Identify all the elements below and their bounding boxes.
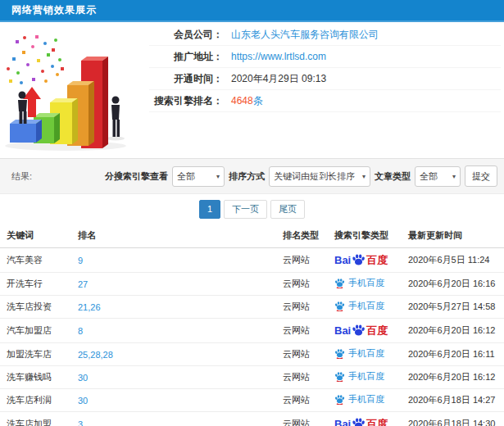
- rank-type-cell: 云网站: [276, 366, 328, 389]
- engine-type-cell: 手机百度: [328, 389, 402, 412]
- next-page-button[interactable]: 下一页: [224, 200, 267, 219]
- info-row-open-time-value: 2020年4月29日 09:13: [231, 72, 326, 86]
- info-row-open-time: 开通时间：2020年4月29日 09:13: [149, 68, 501, 90]
- company-info-list: 会员公司：山东老人头汽车服务咨询有限公司推广地址：https://www.lrt…: [149, 22, 504, 158]
- rank-cell: 27: [71, 273, 276, 296]
- baidu-logo: Bai百度: [334, 253, 388, 267]
- rank-cell: 25,28,28: [71, 343, 276, 366]
- rank-type-cell: 云网站: [276, 248, 328, 273]
- rank-type-cell: 云网站: [276, 389, 328, 412]
- baidu-cn-text: 百度: [366, 419, 388, 426]
- submit-button[interactable]: 提交: [465, 165, 497, 187]
- info-row-company-value[interactable]: 山东老人头汽车服务咨询有限公司: [231, 28, 379, 42]
- article-type-filter-label: 文章类型: [375, 170, 411, 183]
- baidu-paw-icon: [334, 348, 345, 359]
- keyword-cell: 汽车美容: [0, 248, 71, 273]
- rank-cell: 21,26: [71, 296, 276, 319]
- article-type-value: 全部: [420, 170, 438, 183]
- engine-filter-select[interactable]: 全部 ▾: [172, 166, 225, 187]
- updated-time-cell: 2020年6月20日 16:12: [402, 366, 504, 389]
- column-header-keyword: 关键词: [0, 224, 71, 248]
- page-header: 网络营销效果展示: [0, 0, 504, 22]
- results-label: 结果:: [11, 170, 32, 183]
- baidu-paw-icon: [334, 301, 345, 311]
- rank-cell: 9: [71, 248, 276, 273]
- keyword-cell: 开洗车行: [0, 273, 71, 296]
- info-row-open-time-label: 开通时间：: [149, 72, 223, 86]
- column-header-engine-type: 搜索引擎类型: [328, 224, 402, 248]
- engine-type-cell: Bai百度: [328, 248, 402, 273]
- info-row-company-label: 会员公司：: [149, 28, 223, 42]
- table-row: 洗车赚钱吗30云网站手机百度2020年6月20日 16:12: [0, 366, 504, 389]
- baidu-paw-icon: [334, 278, 345, 288]
- filter-controls: 分搜索引擎查看 全部 ▾ 排序方式 关键词由短到长排序 ▾ 文章类型 全部 ▾ …: [105, 165, 497, 187]
- info-row-url-label: 推广地址：: [149, 50, 223, 64]
- bar-chart-illustration: [0, 22, 149, 158]
- rank-link[interactable]: 9: [78, 256, 83, 265]
- engine-type-cell: 手机百度: [328, 296, 402, 319]
- table-row: 洗车店利润30云网站手机百度2020年6月18日 14:27: [0, 389, 504, 412]
- rank-link[interactable]: 21,26: [78, 302, 101, 312]
- baidu-cn-text: 百度: [366, 325, 388, 336]
- rank-link[interactable]: 8: [78, 326, 83, 336]
- engine-type-cell: Bai百度: [328, 319, 402, 343]
- baidu-paw-icon: [352, 417, 366, 426]
- keyword-cell: 洗车赚钱吗: [0, 366, 71, 389]
- info-row-company: 会员公司：山东老人头汽车服务咨询有限公司: [149, 24, 501, 46]
- mobile-baidu-logo: 手机百度: [334, 348, 384, 359]
- baidu-paw-icon: [334, 371, 345, 382]
- updated-time-cell: 2020年5月27日 14:58: [402, 296, 504, 319]
- info-row-rank-count-label: 搜索引擎排名：: [149, 94, 223, 108]
- engine-filter-value: 全部: [177, 170, 195, 183]
- pagination: 1 下一页 尾页: [0, 194, 504, 224]
- rank-type-cell: 云网站: [276, 412, 328, 426]
- column-header-rank: 排名: [71, 224, 276, 248]
- updated-time-cell: 2020年6月18日 14:27: [402, 389, 504, 412]
- rank-link[interactable]: 30: [78, 373, 88, 383]
- baidu-latin-text: Bai: [334, 325, 351, 336]
- chevron-down-icon: ▾: [216, 173, 220, 180]
- last-page-button[interactable]: 尾页: [270, 200, 305, 219]
- rank-link[interactable]: 3: [78, 419, 83, 426]
- info-row-rank-count: 搜索引擎排名：4648条: [149, 90, 501, 112]
- updated-time-cell: 2020年6月20日 16:11: [402, 343, 504, 366]
- table-row: 洗车店加盟3云网站Bai百度2020年6月18日 14:30: [0, 412, 504, 426]
- chevron-down-icon: ▾: [362, 173, 366, 180]
- updated-time-cell: 2020年6月20日 16:12: [402, 319, 504, 343]
- keyword-cell: 洗车店利润: [0, 389, 71, 412]
- baidu-paw-icon: [334, 394, 345, 405]
- table-row: 开洗车行27云网站手机百度2020年6月20日 16:16: [0, 273, 504, 296]
- page-1-button[interactable]: 1: [199, 200, 220, 219]
- engine-type-cell: 手机百度: [328, 343, 402, 366]
- article-type-select[interactable]: 全部 ▾: [415, 166, 461, 187]
- baidu-cn-text: 百度: [366, 255, 388, 265]
- rank-link[interactable]: 30: [78, 396, 88, 406]
- table-row: 汽车美容9云网站Bai百度2020年6月5日 11:24: [0, 248, 504, 273]
- baidu-logo: Bai百度: [334, 417, 388, 426]
- table-row: 洗车店投资21,26云网站手机百度2020年5月27日 14:58: [0, 296, 504, 319]
- mobile-baidu-logo: 手机百度: [334, 371, 384, 382]
- rank-link[interactable]: 27: [78, 279, 88, 289]
- rank-type-cell: 云网站: [276, 296, 328, 319]
- info-row-url-value[interactable]: https://www.lrtlsd.com: [231, 51, 326, 62]
- updated-time-cell: 2020年6月18日 14:30: [402, 412, 504, 426]
- info-row-rank-count-value: 4648条: [231, 94, 263, 108]
- engine-type-cell: 手机百度: [328, 273, 402, 296]
- chevron-down-icon: ▾: [452, 173, 456, 180]
- engine-type-cell: Bai百度: [328, 412, 402, 426]
- mobile-baidu-logo: 手机百度: [334, 278, 384, 288]
- table-row: 汽车加盟店8云网站Bai百度2020年6月20日 16:12: [0, 319, 504, 343]
- mobile-baidu-logo: 手机百度: [334, 301, 384, 311]
- info-section: 会员公司：山东老人头汽车服务咨询有限公司推广地址：https://www.lrt…: [0, 22, 504, 158]
- businessman-right: [111, 97, 120, 138]
- rank-type-cell: 云网站: [276, 343, 328, 366]
- sort-filter-select[interactable]: 关键词由短到长排序 ▾: [269, 166, 370, 187]
- rank-cell: 3: [71, 412, 276, 426]
- keyword-cell: 洗车店投资: [0, 296, 71, 319]
- sort-filter-value: 关键词由短到长排序: [274, 170, 355, 183]
- rank-cell: 30: [71, 389, 276, 412]
- engine-type-cell: 手机百度: [328, 366, 402, 389]
- mobile-baidu-text: 手机百度: [348, 395, 384, 404]
- rank-link[interactable]: 25,28,28: [78, 350, 113, 360]
- rank-cell: 30: [71, 366, 276, 389]
